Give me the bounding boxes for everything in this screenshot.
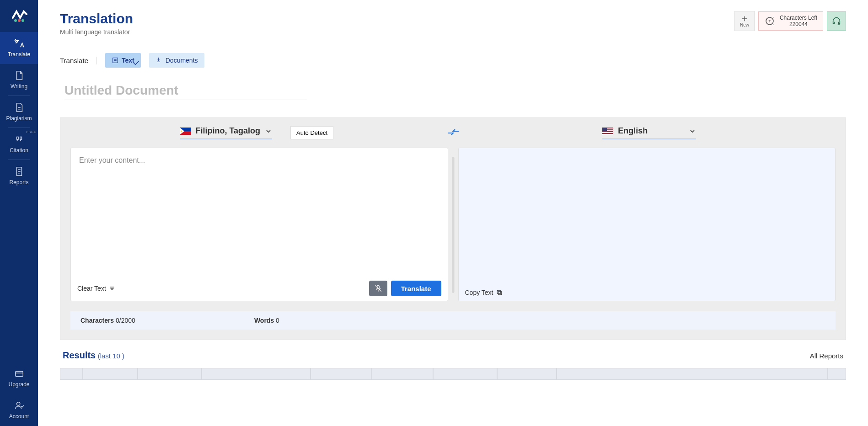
source-text-panel: Clear Text Translate <box>70 148 448 301</box>
sidebar-item-label: Citation <box>10 147 28 154</box>
usa-flag-icon <box>602 128 613 135</box>
target-text-panel: Copy Text <box>458 148 836 301</box>
sidebar-item-translate[interactable]: Translate <box>0 32 38 64</box>
sidebar-item-writing[interactable]: Writing <box>0 64 38 96</box>
translate-button[interactable]: Translate <box>391 281 441 296</box>
source-lang-name: Filipino, Tagalog <box>195 126 260 136</box>
clear-text-button[interactable]: Clear Text <box>77 285 115 292</box>
check-icon <box>133 59 140 67</box>
translation-panel: Filipino, Tagalog Auto Detect English <box>60 117 846 340</box>
chars-label: Characters <box>80 317 114 324</box>
words-label: Words <box>254 317 274 324</box>
results-table <box>60 368 846 380</box>
svg-point-13 <box>181 130 182 132</box>
new-button[interactable]: New <box>734 11 755 31</box>
copy-text-label: Copy Text <box>465 289 493 296</box>
account-icon <box>14 400 24 410</box>
table-header <box>60 368 83 380</box>
results-subtitle: (last 10 ) <box>98 352 124 360</box>
document-title-input[interactable] <box>64 83 307 100</box>
documents-tab-icon <box>155 57 163 64</box>
chevron-down-icon <box>689 128 696 135</box>
sidebar-item-label: Reports <box>9 179 28 186</box>
stats-bar: Characters 0/2000 Words 0 <box>70 311 836 330</box>
sidebar-item-label: Account <box>9 413 29 420</box>
svg-rect-19 <box>602 128 607 131</box>
table-header <box>138 368 202 380</box>
philippines-flag-icon <box>180 128 191 135</box>
citation-icon <box>14 134 24 144</box>
support-button[interactable] <box>827 11 846 31</box>
svg-rect-18 <box>602 134 613 135</box>
sidebar-item-plagiarism[interactable]: Plagiarism <box>0 96 38 128</box>
svg-rect-24 <box>498 292 501 295</box>
target-lang-name: English <box>618 126 648 136</box>
chars-value: 0/2000 <box>116 317 135 324</box>
svg-text:T: T <box>769 19 771 23</box>
chars-left-label: Characters Left <box>780 15 817 21</box>
sidebar: Translate Writing Plagiarism FREE Citati… <box>0 0 38 426</box>
translate-icon <box>14 38 24 48</box>
table-header <box>372 368 433 380</box>
source-language-select[interactable]: Filipino, Tagalog <box>180 126 272 139</box>
upgrade-icon <box>14 368 24 378</box>
chars-left-icon: T <box>764 16 775 27</box>
tabs-row: Translate Text Documents <box>60 53 846 68</box>
tabs-label: Translate <box>60 57 97 64</box>
chevron-down-icon <box>265 128 272 135</box>
headset-icon <box>831 16 841 26</box>
copy-text-button[interactable]: Copy Text <box>465 289 503 296</box>
writing-icon <box>14 70 24 80</box>
panel-divider <box>452 157 454 293</box>
sidebar-item-label: Writing <box>11 83 27 90</box>
svg-rect-25 <box>497 290 500 293</box>
sidebar-item-label: Plagiarism <box>6 115 32 122</box>
sidebar-item-citation[interactable]: FREE Citation <box>0 128 38 160</box>
auto-detect-button[interactable]: Auto Detect <box>290 126 333 139</box>
table-header <box>311 368 372 380</box>
svg-rect-3 <box>15 371 23 376</box>
tab-documents[interactable]: Documents <box>149 53 204 68</box>
table-header <box>557 368 828 380</box>
table-header <box>83 368 138 380</box>
tab-documents-label: Documents <box>166 57 198 64</box>
table-header <box>497 368 557 380</box>
table-header <box>433 368 497 380</box>
clear-text-label: Clear Text <box>77 285 106 292</box>
sidebar-item-upgrade[interactable]: Upgrade <box>0 362 38 394</box>
svg-point-1 <box>18 19 21 22</box>
table-header <box>828 368 846 380</box>
sidebar-item-account[interactable]: Account <box>0 394 38 426</box>
svg-rect-17 <box>602 132 613 133</box>
page-title: Translation <box>60 11 133 27</box>
mic-button[interactable] <box>369 281 387 296</box>
target-language-select[interactable]: English <box>602 126 696 139</box>
plagiarism-icon <box>14 102 24 112</box>
copy-icon <box>496 289 503 296</box>
all-reports-link[interactable]: All Reports <box>810 352 843 360</box>
main-content: Translation Multi language translator Ne… <box>38 0 868 426</box>
results-title: Results <box>63 350 96 360</box>
mic-off-icon <box>374 284 382 293</box>
svg-point-0 <box>14 19 17 22</box>
chars-left-value: 220044 <box>780 21 817 27</box>
target-text-output <box>459 148 836 284</box>
swap-languages-button[interactable] <box>447 127 460 139</box>
characters-left-box: T Characters Left 220044 <box>758 11 823 31</box>
svg-rect-8 <box>113 58 118 63</box>
free-badge: FREE <box>27 130 36 134</box>
text-tab-icon <box>112 57 119 64</box>
words-value: 0 <box>276 317 279 324</box>
new-label: New <box>740 22 749 27</box>
sidebar-item-label: Upgrade <box>8 381 29 388</box>
source-text-input[interactable] <box>71 148 448 276</box>
sidebar-item-reports[interactable]: Reports <box>0 160 38 192</box>
swap-icon <box>447 127 460 138</box>
clear-icon <box>109 285 115 292</box>
tab-text[interactable]: Text <box>105 53 141 68</box>
sidebar-item-label: Translate <box>8 51 31 58</box>
page-subtitle: Multi language translator <box>60 28 133 36</box>
table-header <box>202 368 311 380</box>
svg-point-2 <box>21 19 24 22</box>
plus-icon <box>741 15 748 22</box>
